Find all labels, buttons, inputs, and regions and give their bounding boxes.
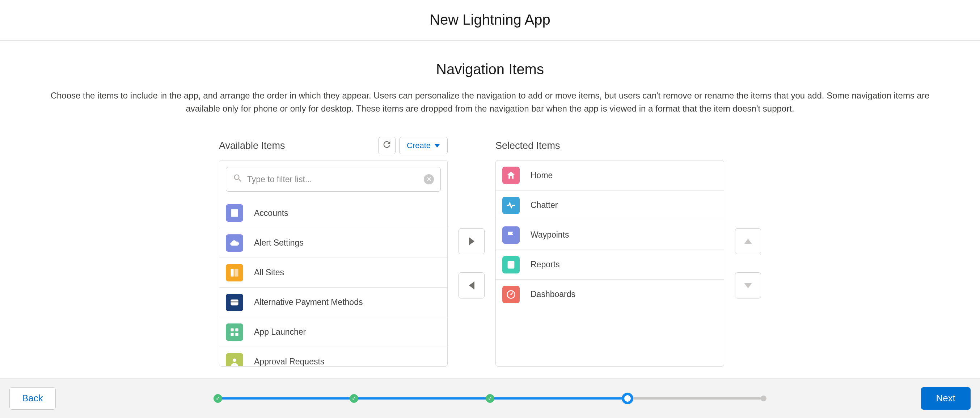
svg-rect-5 — [231, 269, 234, 276]
list-item-label: Accounts — [254, 208, 288, 218]
refresh-icon — [382, 139, 392, 152]
svg-rect-10 — [235, 328, 238, 331]
svg-rect-2 — [235, 211, 237, 212]
available-item[interactable]: Alternative Payment Methods — [219, 287, 447, 317]
selected-column: Selected Items HomeChatterWaypointsRepor… — [495, 137, 724, 367]
available-column: Available Items Create — [219, 137, 448, 367]
svg-point-13 — [233, 358, 236, 362]
available-item[interactable]: Alert Settings — [219, 228, 447, 257]
move-up-button[interactable] — [735, 228, 761, 254]
svg-rect-12 — [235, 333, 238, 336]
svg-point-19 — [510, 294, 512, 295]
next-label: Next — [936, 392, 955, 404]
triangle-left-icon — [469, 281, 474, 289]
triangle-right-icon — [469, 237, 474, 245]
available-item-list: AccountsAlert SettingsAll SitesAlternati… — [219, 198, 447, 366]
selected-item[interactable]: Dashboards — [496, 279, 724, 309]
svg-rect-1 — [232, 211, 234, 212]
selected-item[interactable]: Waypoints — [496, 220, 724, 250]
report-icon — [502, 256, 520, 273]
svg-rect-0 — [231, 209, 238, 217]
section-title: Navigation Items — [36, 61, 944, 78]
selected-item[interactable]: Chatter — [496, 190, 724, 220]
move-down-button[interactable] — [735, 273, 761, 298]
svg-rect-15 — [509, 265, 510, 267]
available-actions: Create — [378, 137, 448, 154]
clear-search-icon[interactable]: ✕ — [424, 174, 434, 184]
flag-icon — [502, 227, 520, 244]
check-icon: ✓ — [350, 394, 358, 403]
selected-heading: Selected Items — [495, 140, 560, 152]
chevron-down-icon — [434, 144, 440, 147]
remove-button[interactable] — [458, 273, 485, 298]
grid-icon — [226, 324, 243, 341]
svg-rect-4 — [235, 213, 237, 214]
progress-line — [633, 397, 761, 399]
person-icon — [226, 353, 243, 367]
svg-rect-16 — [511, 264, 511, 267]
refresh-button[interactable] — [378, 137, 396, 154]
back-label: Back — [22, 392, 43, 404]
next-button[interactable]: Next — [921, 387, 970, 410]
layout-icon — [226, 264, 243, 281]
progress-step-5 — [761, 396, 767, 401]
list-item-label: Alert Settings — [254, 238, 304, 248]
available-header: Available Items Create — [219, 137, 448, 154]
building-icon — [226, 204, 243, 222]
list-item-label: All Sites — [254, 268, 284, 278]
card-icon — [226, 294, 243, 311]
content-area: Navigation Items Choose the items to inc… — [0, 41, 980, 367]
gauge-icon — [502, 286, 520, 303]
available-item[interactable]: All Sites — [219, 257, 447, 287]
progress-step-4 — [622, 392, 633, 404]
future-step-icon — [761, 396, 767, 401]
search-input[interactable] — [247, 175, 424, 184]
available-listbox: ✕ AccountsAlert SettingsAll SitesAlterna… — [219, 160, 448, 367]
progress-line — [358, 397, 486, 399]
available-item[interactable]: App Launcher — [219, 317, 447, 347]
reorder-controls — [735, 160, 761, 367]
list-item-label: Home — [531, 171, 553, 180]
list-item-label: Approval Requests — [254, 357, 324, 366]
svg-rect-9 — [231, 328, 234, 331]
check-icon: ✓ — [486, 394, 494, 403]
available-item[interactable]: Approval Requests — [219, 347, 447, 366]
modal-footer: Back ✓ ✓ ✓ Next — [0, 378, 980, 418]
svg-rect-3 — [232, 213, 234, 214]
progress-line — [494, 397, 622, 399]
progress-step-2: ✓ — [350, 394, 358, 403]
dual-listbox: Available Items Create — [36, 137, 944, 367]
triangle-down-icon — [744, 283, 752, 288]
current-step-icon — [622, 392, 633, 404]
list-item-label: Alternative Payment Methods — [254, 297, 363, 307]
selected-item-list: HomeChatterWaypointsReportsDashboards — [496, 161, 724, 309]
selected-item[interactable]: Home — [496, 161, 724, 190]
progress-step-3: ✓ — [486, 394, 494, 403]
cloud-icon — [226, 235, 243, 252]
create-label: Create — [407, 141, 431, 150]
selected-header: Selected Items — [495, 137, 724, 154]
search-icon — [233, 173, 243, 185]
svg-rect-6 — [234, 269, 239, 276]
selected-item[interactable]: Reports — [496, 250, 724, 279]
progress-step-1: ✓ — [213, 394, 222, 403]
search-box: ✕ — [226, 167, 441, 191]
section-description: Choose the items to include in the app, … — [36, 89, 944, 115]
search-container: ✕ — [219, 161, 447, 198]
available-heading: Available Items — [219, 140, 285, 152]
svg-rect-8 — [231, 301, 239, 302]
modal-header: New Lightning App — [0, 0, 980, 41]
check-icon: ✓ — [213, 394, 222, 403]
svg-rect-11 — [231, 333, 234, 336]
list-item-label: Chatter — [531, 200, 558, 210]
list-item-label: Reports — [531, 260, 560, 270]
triangle-up-icon — [744, 239, 752, 244]
back-button[interactable]: Back — [10, 387, 56, 410]
progress-line — [222, 397, 350, 399]
add-button[interactable] — [458, 228, 485, 254]
pulse-icon — [502, 197, 520, 214]
list-item-label: App Launcher — [254, 327, 306, 337]
create-dropdown-button[interactable]: Create — [399, 137, 448, 154]
available-item[interactable]: Accounts — [219, 198, 447, 228]
list-item-label: Dashboards — [531, 289, 575, 299]
